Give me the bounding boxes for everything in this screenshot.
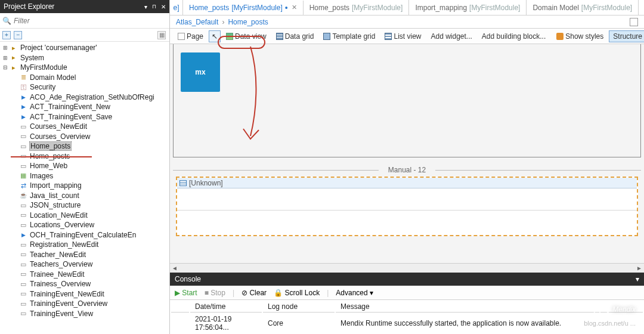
add-building-block-tool[interactable]: Add building block... <box>478 30 550 42</box>
add-widget-tool[interactable]: Add widget... <box>426 30 476 42</box>
document-tab[interactable]: Ima <box>639 0 644 15</box>
tree-node[interactable]: OCH_TrainingEvent_CalculateEn <box>0 230 169 240</box>
tree-node[interactable]: Locations_Overview <box>0 220 169 230</box>
breadcrumb: Atlas_Default › Home_posts <box>170 16 644 29</box>
tree-node[interactable]: Java_list_count <box>0 191 169 201</box>
show-styles-toggle[interactable]: Show styles <box>552 30 608 42</box>
log-row[interactable]: 2021-01-19 17:56:04... Core Mendix Runti… <box>171 314 643 333</box>
tab-overflow-left[interactable]: e] <box>170 0 183 15</box>
tree-project-root[interactable]: ⊞Project 'coursemanager' <box>0 43 169 53</box>
page-icon <box>19 280 27 288</box>
panel-pin-icon[interactable]: ⊓ <box>152 4 156 10</box>
document-tab[interactable]: Import_mapping[MyFirstModule] <box>409 0 527 15</box>
console-title: Console <box>175 275 201 283</box>
col-lognode[interactable]: Log node <box>263 301 335 313</box>
data-view-header[interactable]: [Unknown] <box>177 178 637 188</box>
tree-node[interactable]: Courses_NewEdit <box>0 122 169 132</box>
filter-input[interactable] <box>14 17 167 25</box>
security-icon <box>19 83 27 91</box>
tree-module[interactable]: ⊟MyFirstModule <box>0 63 169 73</box>
tree-node-selected[interactable]: Home_posts <box>0 141 169 151</box>
tree-node[interactable]: Courses_Overview <box>0 132 169 142</box>
tree-node[interactable]: TrainingEvent_Overview <box>0 299 169 309</box>
tree-system[interactable]: ⊞System <box>0 53 169 63</box>
tree-node[interactable]: Security <box>0 82 169 92</box>
document-tab[interactable]: Domain Model[MyFirstModule] <box>527 0 639 15</box>
list-view-tool[interactable]: List view <box>380 30 425 42</box>
tree-node[interactable]: Registration_NewEdit <box>0 240 169 250</box>
col-datetime[interactable]: Date/time <box>190 301 262 313</box>
data-view-widget[interactable]: [Unknown] <box>176 177 638 236</box>
tree-node[interactable]: Trainee_NewEdit <box>0 270 169 280</box>
start-button[interactable]: ▶ Start <box>175 289 197 297</box>
scroll-right-icon[interactable]: ► <box>634 265 644 271</box>
data-view-tool[interactable]: Data view <box>222 30 271 42</box>
microflow-icon <box>19 93 27 101</box>
document-tab[interactable]: Home_posts[MyFirstModule]•✕ <box>183 1 304 16</box>
tree-node[interactable]: JSON_structure <box>0 200 169 211</box>
panel-header: Project Explorer ▾ ⊓ ✕ <box>0 0 169 13</box>
breadcrumb-detach-icon[interactable] <box>630 18 638 26</box>
tree-node[interactable]: Location_NewEdit <box>0 211 169 221</box>
breadcrumb-item[interactable]: Home_posts <box>228 18 268 26</box>
template-grid-tool[interactable]: Template grid <box>319 30 379 42</box>
collapse-all-button[interactable]: − <box>14 31 22 39</box>
page-icon <box>19 152 27 160</box>
folder-icon <box>10 63 18 72</box>
tree-node[interactable]: Trainess_Overview <box>0 279 169 289</box>
search-icon: 🔍 <box>2 17 11 25</box>
console-toolbar: ▶ Start ■ Stop | ⊘ Clear 🔒 Scroll Lock |… <box>170 286 644 300</box>
tree-node[interactable]: Import_mapping <box>0 181 169 191</box>
tree-node[interactable]: Teachers_Overview <box>0 259 169 270</box>
selector-tool[interactable]: ↖ <box>209 30 221 42</box>
editor-main: e] Home_posts[MyFirstModule]•✕ Home_post… <box>170 0 644 334</box>
scroll-lock-button[interactable]: 🔒 Scroll Lock <box>274 289 320 297</box>
document-tab[interactable]: Home_posts[MyFirstModule] <box>304 0 410 15</box>
advanced-menu[interactable]: Advanced ▾ <box>336 289 373 297</box>
data-view-icon <box>226 33 233 40</box>
page-icon <box>19 240 27 249</box>
tree-node[interactable]: Domain Model <box>0 73 169 83</box>
scroll-left-icon[interactable]: ◄ <box>170 265 179 271</box>
tree-node[interactable]: ACT_TrainingEvent_New <box>0 102 169 112</box>
page-icon <box>19 142 27 150</box>
panel-close-icon[interactable]: ✕ <box>161 4 166 10</box>
horizontal-scrollbar[interactable]: ◄ ► <box>170 263 644 273</box>
document-tabstrip: e] Home_posts[MyFirstModule]•✕ Home_post… <box>170 0 644 16</box>
page-tool[interactable]: Page <box>174 30 208 42</box>
stop-button[interactable]: ■ Stop <box>205 289 225 297</box>
layout-region[interactable] <box>173 44 641 157</box>
breadcrumb-item[interactable]: Atlas_Default <box>176 18 218 26</box>
java-action-icon <box>19 191 27 200</box>
tree-node[interactable]: Home_Web <box>0 161 169 171</box>
page-icon <box>19 211 27 219</box>
tree-node[interactable]: Images <box>0 171 169 181</box>
data-view-body[interactable] <box>177 188 637 235</box>
tree-node[interactable]: TrainingEvent_NewEdit <box>0 289 169 299</box>
microflow-icon <box>19 231 27 239</box>
console-dropdown-icon[interactable]: ▾ <box>636 275 639 283</box>
tree-node[interactable]: ACT_TrainingEvent_Save <box>0 112 169 122</box>
page-editor-toolbar: Page ↖ Data view Data grid Template grid… <box>170 29 644 44</box>
microflow-icon <box>19 103 27 111</box>
page-icon <box>19 221 27 229</box>
project-tree[interactable]: ⊞Project 'coursemanager' ⊞System ⊟MyFirs… <box>0 42 169 334</box>
structure-mode-toggle[interactable]: Structure mode <box>609 30 644 42</box>
page-icon <box>19 132 27 141</box>
console-log-table: Date/time Log node Message 2021-01-19 17… <box>170 300 644 334</box>
tree-node[interactable]: Teacher_NewEdit <box>0 250 169 260</box>
close-icon[interactable]: ✕ <box>292 4 297 11</box>
section-divider: Manual - 12 <box>173 166 641 174</box>
page-canvas[interactable]: mx Manual - 12 [Unknown] <box>170 44 644 263</box>
tree-node[interactable]: Home_posts <box>0 151 169 162</box>
tree-node[interactable]: TrainingEvent_View <box>0 309 169 319</box>
template-grid-icon <box>323 33 330 40</box>
tree-node[interactable]: ACO_Ade_Registration_SetNubOfRegi <box>0 92 169 103</box>
grid-view-icon[interactable]: ▦ <box>157 31 166 39</box>
clear-button[interactable]: ⊘ Clear <box>242 289 267 297</box>
page-icon <box>19 250 27 259</box>
expand-all-button[interactable]: + <box>2 31 11 39</box>
json-icon <box>19 201 27 209</box>
panel-dropdown-icon[interactable]: ▾ <box>144 4 147 10</box>
data-grid-tool[interactable]: Data grid <box>272 30 318 42</box>
